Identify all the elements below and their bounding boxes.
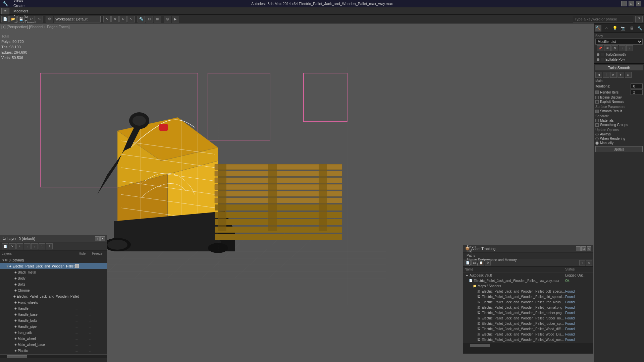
panel-icon-camera[interactable]: 📷: [620, 25, 627, 32]
asset-menu-paths[interactable]: Paths: [465, 253, 519, 258]
asset-row[interactable]: 🖼Electric_Pallet_Jack_and_Wooden_Pallet_…: [463, 294, 593, 299]
layers-move-up-btn[interactable]: ↑: [24, 243, 31, 249]
layer-row[interactable]: ◈Main_wheel_base......: [0, 342, 107, 348]
asset-scrollbar[interactable]: [463, 343, 593, 347]
layers-scrollbar[interactable]: [0, 354, 107, 358]
asset-restore-btn[interactable]: □: [581, 246, 586, 251]
layer-row[interactable]: ◈Iron_nails......: [0, 329, 107, 336]
settings-btn[interactable]: ⚙: [46, 16, 53, 22]
menu-item-views[interactable]: Views: [11, 0, 39, 3]
mod-cfg-btn[interactable]: ⚙: [611, 45, 618, 51]
save-btn[interactable]: 💾: [17, 16, 25, 22]
mod-check-editpoly[interactable]: [601, 58, 604, 61]
layer-row[interactable]: ▼◈Electric_Pallet_Jack_and_Wooden_Pallet…: [0, 263, 107, 269]
mod-up-btn[interactable]: ↑: [619, 45, 626, 51]
asset-row[interactable]: 🖼Electric_Pallet_Jack_and_Wooden_Pallet_…: [463, 331, 593, 337]
layers-move-dn-btn[interactable]: ↓: [31, 243, 38, 249]
scale-btn[interactable]: ⤡: [127, 16, 135, 22]
align-btn[interactable]: ⊞: [154, 16, 161, 22]
open-btn[interactable]: 📂: [9, 16, 17, 22]
ts-isoline-check[interactable]: [595, 96, 599, 99]
undo-btn[interactable]: ↩: [28, 16, 35, 22]
redo-btn[interactable]: ↪: [36, 16, 43, 22]
asset-row[interactable]: 🖼Electric_Pallet_Jack_and_Wooden_Pallet_…: [463, 299, 593, 305]
app-menu-icon[interactable]: ≡: [1, 8, 9, 14]
layers-add-btn[interactable]: +: [16, 243, 23, 249]
workspace-select[interactable]: [54, 16, 101, 22]
maximize-button[interactable]: □: [629, 1, 634, 6]
layers-expand-btn[interactable]: ⤵: [39, 243, 45, 249]
layers-new-btn[interactable]: 📄: [2, 243, 8, 249]
menu-item-create[interactable]: Create: [11, 3, 39, 8]
asset-menu-server[interactable]: Server: [465, 245, 519, 249]
layer-row[interactable]: ◈Electric_Pallet_Jack_and_Wooden_Pallet.…: [0, 293, 107, 299]
panel-icon-hammer[interactable]: 🔨: [595, 25, 601, 32]
asset-tb5[interactable]: ?: [579, 260, 585, 265]
asset-row[interactable]: 🖼Electric_Pallet_Jack_and_Wooden_Pallet_…: [463, 321, 593, 326]
layer-row[interactable]: ◈Body......: [0, 275, 107, 281]
layer-row[interactable]: ◈Front_wheels......: [0, 299, 107, 305]
layers-close-button[interactable]: ✕: [100, 236, 105, 241]
asset-row[interactable]: 📄Electric_Pallet_Jack_and_Wooden_Pallet_…: [463, 278, 593, 283]
layer-row[interactable]: ◈Black_metal......: [0, 269, 107, 275]
asset-menu-file[interactable]: File: [465, 249, 519, 253]
snap-btn[interactable]: 🔩: [138, 16, 145, 22]
panel-icon-sphere[interactable]: ○: [603, 25, 610, 32]
layer-row[interactable]: ◈Handle_bolts......: [0, 317, 107, 323]
layer-expand-icon[interactable]: ▼: [2, 258, 5, 262]
ts-icon-pipe[interactable]: |: [603, 72, 609, 78]
select-btn[interactable]: ↖: [103, 16, 111, 22]
panel-icon-display[interactable]: 🖥: [628, 25, 635, 32]
menu-item-modifiers[interactable]: Modifiers: [11, 8, 39, 14]
layer-row[interactable]: ◈Handle......: [0, 305, 107, 311]
rotate-btn[interactable]: ↻: [119, 16, 127, 22]
asset-tb3[interactable]: 📋: [478, 260, 484, 265]
layer-row[interactable]: ▼⊞0 (default)......: [0, 257, 107, 263]
ts-icon-right1[interactable]: ►: [610, 72, 617, 78]
ts-explicit-check[interactable]: [595, 100, 599, 104]
layer-row[interactable]: ◈Chrome......: [0, 287, 107, 293]
ts-materials-check[interactable]: [595, 119, 599, 122]
ts-update-button[interactable]: Update: [595, 146, 643, 152]
move-btn[interactable]: ✥: [111, 16, 119, 22]
layers-delete-btn[interactable]: ✕: [9, 243, 16, 249]
asset-tb2[interactable]: 🗂: [471, 260, 477, 265]
new-btn[interactable]: 📄: [1, 16, 9, 22]
layer-row[interactable]: ◈Handle_pipe......: [0, 323, 107, 329]
asset-tb4[interactable]: ⚙: [485, 260, 491, 265]
ts-render-iters-check[interactable]: [595, 90, 599, 94]
ts-manually-radio[interactable]: [595, 141, 599, 145]
asset-row[interactable]: 🖼Electric_Pallet_Jack_and_Wooden_Pallet_…: [463, 310, 593, 315]
ts-iterations-input[interactable]: [631, 83, 643, 89]
panel-icon-utils[interactable]: 🔧: [637, 25, 643, 32]
search-input[interactable]: [573, 16, 633, 22]
asset-scrollbar-thumb[interactable]: [470, 344, 490, 347]
asset-row[interactable]: 🖼Electric_Pallet_Jack_and_Wooden_Pallet_…: [463, 342, 593, 343]
panel-icon-light[interactable]: 💡: [611, 25, 618, 32]
ts-smooth-check[interactable]: [595, 110, 599, 113]
close-button[interactable]: ✕: [636, 1, 641, 6]
render-btn[interactable]: ▶: [172, 16, 179, 22]
ts-render-iters-input[interactable]: [631, 89, 643, 95]
ts-icon-left[interactable]: ◀: [595, 72, 602, 78]
help-btn[interactable]: ?: [635, 16, 643, 22]
asset-close-btn[interactable]: ✕: [587, 246, 591, 251]
layers-help-button[interactable]: ?: [95, 236, 100, 241]
minimize-button[interactable]: ─: [621, 1, 627, 6]
modifier-item-editpoly[interactable]: Editable Poly: [595, 57, 643, 62]
modifier-item-turbosm[interactable]: TurboSmooth: [595, 52, 643, 57]
asset-row[interactable]: 🖼Electric_Pallet_Jack_and_Wooden_Pallet_…: [463, 337, 593, 342]
asset-row[interactable]: 📁Maps / Shaders: [463, 283, 593, 289]
layer-row[interactable]: ◈Main_wheel......: [0, 336, 107, 342]
asset-minimize-btn[interactable]: ─: [576, 246, 581, 251]
pin-btn[interactable]: 📌: [597, 45, 603, 51]
ts-when-rendering-radio[interactable]: [595, 137, 599, 140]
layer-row[interactable]: ◈Bolts......: [0, 281, 107, 287]
modifier-list-dropdown[interactable]: Modifier List: [595, 39, 643, 45]
layer-row[interactable]: ◈Plastic......: [0, 348, 107, 354]
asset-row[interactable]: 🖼Electric_Pallet_Jack_and_Wooden_Pallet_…: [463, 305, 593, 310]
ts-icon-full[interactable]: ⊞: [625, 72, 632, 78]
mirror-btn[interactable]: ⊟: [146, 16, 153, 22]
asset-row[interactable]: 🖼Electric_Pallet_Jack_and_Wooden_Pallet_…: [463, 326, 593, 331]
asset-row[interactable]: 🖼Electric_Pallet_Jack_and_Wooden_Pallet_…: [463, 315, 593, 321]
